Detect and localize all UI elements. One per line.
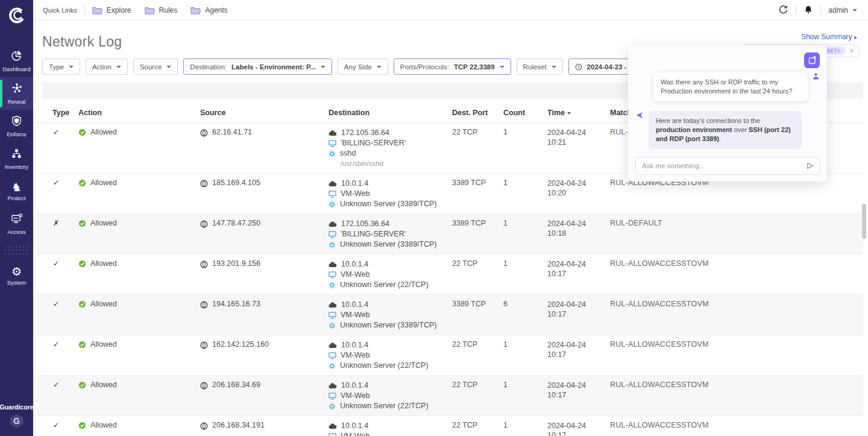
- close-icon[interactable]: ×: [850, 47, 854, 54]
- destination-service[interactable]: Unknown Server (3389/TCP): [340, 199, 436, 209]
- destination-service[interactable]: Unknown Server (22/TCP): [340, 361, 429, 371]
- table-row[interactable]: ✓ Allowed 162.142.125.160 10.0.1.4: [36, 335, 863, 376]
- destination-ip[interactable]: 10.0.1.4: [341, 340, 368, 350]
- filter-label: Destination:: [190, 63, 227, 71]
- action-cell: Allowed: [78, 179, 200, 187]
- menu-agents[interactable]: Agents: [190, 6, 227, 14]
- destination-host[interactable]: VM-Web: [341, 310, 370, 320]
- matching-rule[interactable]: RUL-ALLOWACCESSTOVM: [610, 259, 863, 268]
- col-time[interactable]: Time: [547, 109, 610, 117]
- col-count[interactable]: Count: [503, 109, 547, 117]
- filter-source[interactable]: Source: [133, 58, 178, 75]
- sidebar-item-dashboard[interactable]: Dashboard: [0, 45, 33, 77]
- sidebar-item-access[interactable]: Access: [0, 207, 33, 240]
- destination-ip[interactable]: 10.0.1.4: [341, 381, 368, 391]
- destination-service[interactable]: Unknown Server (3389/TCP): [340, 320, 436, 330]
- matching-rule[interactable]: RUL-DEFAULT: [610, 219, 863, 227]
- dashboard-icon: [11, 50, 22, 64]
- action-label: Allowed: [90, 300, 117, 308]
- filter-ruleset[interactable]: Ruleset: [517, 58, 563, 75]
- table-row[interactable]: ✓ Allowed 193.201.9.156 10.0.1.4: [36, 254, 863, 295]
- type-mark: ✓: [52, 340, 78, 349]
- table-row[interactable]: ✓ Allowed 206.168.34.191 10.0.1.4: [36, 416, 863, 436]
- notifications-bell-icon[interactable]: [804, 5, 813, 15]
- chat-input[interactable]: [635, 157, 820, 175]
- source-ip[interactable]: 206.168.34.69: [212, 381, 260, 389]
- col-type[interactable]: Type: [52, 109, 78, 117]
- destination-host[interactable]: VM-Web: [341, 270, 370, 280]
- time: 2024-04-24 10:18: [547, 219, 610, 238]
- source-ip[interactable]: 185.169.4.105: [212, 179, 260, 187]
- scrollbar-thumb[interactable]: [862, 204, 866, 239]
- table-row[interactable]: ✗ Allowed 147.78.47.250 172.105.36.64: [36, 214, 863, 254]
- guardicore-cube-icon: G: [10, 414, 24, 428]
- sidebar-item-inventory[interactable]: Inventory: [0, 142, 33, 175]
- destination-ip[interactable]: 10.0.1.4: [341, 300, 368, 310]
- guardicore-logo-icon[interactable]: [0, 0, 33, 31]
- matching-rule[interactable]: RUL-ALLOWACCESSTOVM: [610, 300, 863, 308]
- col-destination[interactable]: Destination: [329, 109, 452, 117]
- service-gear-icon: [329, 403, 336, 410]
- destination-host[interactable]: VM-Web: [341, 431, 370, 436]
- destination-service[interactable]: Unknown Server (22/TCP): [340, 280, 429, 290]
- action-cell: Allowed: [78, 340, 200, 349]
- user-menu[interactable]: admin: [828, 6, 857, 14]
- destination-ip[interactable]: 172.105.36.64: [341, 128, 389, 138]
- arrow-right-icon: ▸: [854, 34, 857, 40]
- matching-rule[interactable]: RUL-ALLOWACCESSTOVM: [610, 421, 863, 429]
- destination-host[interactable]: VM-Web: [341, 391, 370, 401]
- filter-destination[interactable]: Destination: Labels - Environment: P...: [183, 58, 332, 75]
- globe-icon: [200, 220, 208, 228]
- sidebar-item-system[interactable]: ⚙ System: [0, 259, 33, 292]
- destination-ip[interactable]: 10.0.1.4: [341, 179, 368, 189]
- knight-icon: ♞: [11, 182, 22, 193]
- filter-action[interactable]: Action: [86, 58, 128, 75]
- destination-ip[interactable]: 172.105.36.64: [341, 219, 389, 229]
- source-ip[interactable]: 194.165.16.73: [212, 300, 260, 308]
- filter-ports-protocols[interactable]: Ports/Protocols: TCP 22,3389: [394, 58, 511, 75]
- filter-label: Any Side: [344, 63, 372, 71]
- source-ip[interactable]: 147.78.47.250: [212, 219, 260, 227]
- sidebar-item-reveal[interactable]: Reveal: [0, 77, 33, 110]
- source-ip[interactable]: 62.16.41.71: [212, 128, 252, 136]
- destination-ip[interactable]: 10.0.1.4: [341, 421, 368, 431]
- destination-ip[interactable]: 10.0.1.4: [341, 259, 368, 270]
- col-action[interactable]: Action: [78, 109, 200, 117]
- sidebar-item-label: System: [7, 279, 27, 286]
- show-summary-link[interactable]: Show Summary ▸: [801, 33, 857, 41]
- destination-service[interactable]: Unknown Server (3389/TCP): [340, 239, 436, 250]
- filter-any-side[interactable]: Any Side: [338, 58, 388, 75]
- destination-service[interactable]: Unknown Server (22/TCP): [340, 401, 429, 411]
- destination-host[interactable]: VM-Web: [341, 350, 370, 361]
- filter-type[interactable]: Type: [42, 58, 80, 75]
- refresh-icon[interactable]: [778, 5, 788, 15]
- destination-cell: 10.0.1.4 VM-Web Unknown Server (22/TCP): [329, 381, 452, 411]
- server-monitor-icon: [329, 140, 336, 147]
- dest-port: 22 TCP: [452, 340, 503, 349]
- ai-message-bubble: Here are today’s connections to the prod…: [649, 111, 802, 149]
- matching-rule[interactable]: RUL-ALLOWACCESSTOVM: [610, 340, 863, 349]
- filter-value: Labels - Environment: P...: [231, 63, 316, 71]
- source-ip[interactable]: 193.201.9.156: [212, 259, 260, 268]
- col-source[interactable]: Source: [200, 109, 329, 117]
- source-ip[interactable]: 162.142.125.160: [212, 340, 269, 349]
- dest-port: 22 TCP: [452, 381, 503, 389]
- sidebar-item-enforce[interactable]: Enforce: [0, 110, 33, 142]
- ai-chat-panel: Was there any SSH or RDP traffic to my P…: [628, 46, 827, 182]
- table-row[interactable]: ✓ Allowed 194.165.16.73 10.0.1.4: [36, 295, 863, 335]
- matching-rule[interactable]: RUL-ALLOWACCESSTOVM: [610, 381, 863, 389]
- table-row[interactable]: ✓ Allowed 206.168.34.69 10.0.1.4: [36, 376, 863, 416]
- dest-port: 22 TCP: [452, 128, 503, 136]
- sidebar-item-protect[interactable]: ♞ Protect: [0, 175, 33, 207]
- source-ip[interactable]: 206.168.34.191: [212, 421, 265, 429]
- destination-service[interactable]: sshd: [340, 148, 356, 159]
- send-icon[interactable]: [806, 162, 814, 172]
- destination-host[interactable]: 'BILLING-SERVER': [341, 138, 406, 148]
- menu-explore[interactable]: Explore: [92, 6, 131, 14]
- destination-host[interactable]: 'BILLING-SERVER': [341, 229, 406, 239]
- destination-host[interactable]: VM-Web: [341, 189, 370, 199]
- col-dest-port[interactable]: Dest. Port: [452, 109, 503, 117]
- menu-rules[interactable]: Rules: [145, 6, 178, 14]
- new-conversation-button[interactable]: [804, 52, 820, 68]
- quick-links-button[interactable]: Quick Links: [43, 7, 77, 14]
